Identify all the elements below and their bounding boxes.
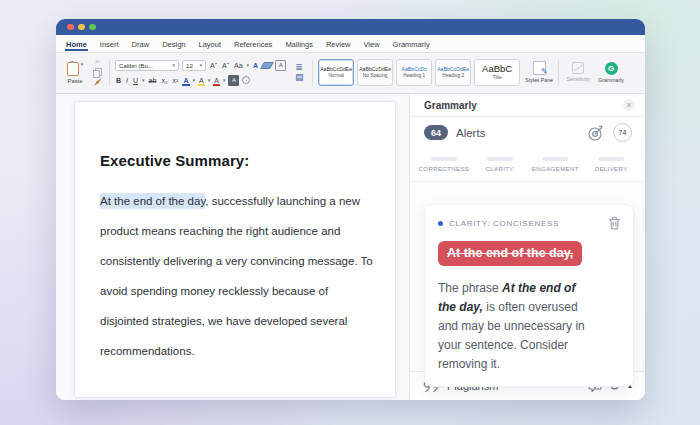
style-card-no-spacing[interactable]: AaBbCcDdEe No Spacing [357, 59, 393, 86]
clipboard-icon [67, 62, 79, 76]
style-card-heading1[interactable]: AaBbCcDc Heading 1 [396, 59, 432, 86]
close-window-button[interactable] [67, 24, 74, 31]
styles-pane-button[interactable]: ✎ Styles Pane [525, 61, 553, 83]
tab-grammarly[interactable]: Grammarly [392, 37, 431, 51]
style-card-title[interactable]: AaBbC Title [474, 59, 520, 86]
chevron-down-icon: ▾ [208, 78, 211, 83]
font-color-button[interactable]: A [213, 77, 220, 84]
style-label: No Spacing [363, 74, 388, 79]
style-preview: AaBbCcDc [401, 67, 426, 72]
grammarly-panel: Grammarly × 64 Alerts 74 CORRECTNESS [410, 94, 645, 400]
flagged-phrase-pill[interactable]: At the end of the day, [438, 241, 582, 266]
suggestion-category: CLARITY: CONCISENESS [449, 219, 602, 228]
paste-button[interactable]: ▾ Paste [63, 62, 87, 84]
grow-font-button[interactable]: Aˆ [209, 62, 218, 69]
score-badge[interactable]: 74 [613, 123, 632, 142]
minimize-window-button[interactable] [78, 24, 85, 31]
document-paragraph: At the end of the day, successfully laun… [100, 186, 378, 366]
tab-mailings[interactable]: Mailings [284, 37, 314, 51]
tab-layout[interactable]: Layout [197, 37, 222, 51]
chevron-down-icon: ▾ [172, 63, 175, 68]
style-preview: AaBbCcDdEe [359, 67, 391, 72]
category-engagement[interactable]: ENGAGEMENT [528, 157, 584, 172]
alerts-label: Alerts [456, 127, 579, 139]
ribbon-toolbar: ▾ Paste ✂ Calibri (Bo... ▾ 12 ▾ [56, 53, 645, 94]
category-label: ENGAGEMENT [532, 165, 579, 172]
clipboard-tools: ✂ [92, 59, 104, 86]
subscript-button[interactable]: x₂ [160, 77, 168, 84]
chevron-down-icon: ▾ [247, 63, 250, 68]
style-preview: AaBbC [482, 64, 512, 74]
copy-icon[interactable] [95, 68, 102, 76]
panel-title: Grammarly [424, 100, 623, 111]
paragraph-marks-icon[interactable]: ▤ [295, 73, 304, 82]
chevron-down-icon: ▾ [142, 78, 145, 83]
more-options-icon[interactable] [242, 76, 250, 84]
chevron-down-icon: ▾ [199, 63, 202, 68]
window-content: Executive Summary: At the end of the day… [56, 94, 645, 400]
font-name-select[interactable]: Calibri (Bo... ▾ [115, 60, 179, 71]
tab-insert[interactable]: Insert [99, 37, 120, 51]
superscript-button[interactable]: x² [172, 77, 180, 84]
trash-icon[interactable] [608, 216, 621, 230]
tab-view[interactable]: View [362, 37, 380, 51]
grammarly-ribbon-button[interactable]: G Grammarly [597, 62, 625, 83]
category-clarity[interactable]: CLARITY [472, 157, 528, 172]
suggestion-card[interactable]: CLARITY: CONCISENESS At the end of the d… [424, 204, 634, 387]
change-case-button[interactable]: Aa [233, 62, 244, 69]
strikethrough-button[interactable]: ab [148, 77, 158, 84]
character-border-button[interactable]: A [275, 60, 286, 71]
ribbon-divider [109, 60, 110, 86]
font-size-select[interactable]: 12 ▾ [182, 60, 206, 71]
alerts-count-badge: 64 [424, 125, 448, 140]
character-shading-button[interactable]: A [228, 75, 239, 86]
panel-header: Grammarly × [410, 94, 645, 117]
category-delivery[interactable]: DELIVERY [583, 157, 639, 172]
sensitivity-icon [572, 62, 584, 74]
tab-references[interactable]: References [233, 37, 273, 51]
cut-icon[interactable]: ✂ [95, 59, 100, 66]
style-card-normal[interactable]: AaBbCcDdEe Normal [318, 59, 354, 86]
chevron-down-icon: ▾ [193, 78, 196, 83]
close-panel-icon[interactable]: × [623, 99, 635, 111]
category-label: CLARITY [486, 165, 514, 172]
style-card-heading2[interactable]: AaBbCcDdEe Heading 2 [435, 59, 471, 86]
underline-button[interactable]: U [132, 77, 139, 84]
style-label: Heading 1 [403, 74, 425, 79]
grammarly-highlighted-phrase[interactable]: At the end of the day [100, 193, 205, 209]
tab-home[interactable]: Home [65, 37, 88, 51]
grammarly-ribbon-label: Grammarly [598, 77, 624, 83]
bullet-list-icon[interactable]: ≣ [295, 63, 303, 72]
style-label: Normal [328, 74, 343, 79]
sensitivity-label: Sensitivity [566, 76, 589, 82]
format-painter-icon[interactable] [94, 78, 102, 86]
document-page[interactable]: Executive Summary: At the end of the day… [75, 102, 395, 397]
font-size-value: 12 [186, 62, 193, 69]
tab-design[interactable]: Design [161, 37, 186, 51]
goals-icon[interactable] [587, 124, 605, 142]
italic-button[interactable]: I [125, 77, 129, 84]
clear-formatting-icon[interactable] [260, 62, 274, 69]
paragraph-text: , successfully launching a new product m… [100, 195, 373, 357]
ribbon-divider [312, 60, 313, 86]
window-titlebar [56, 19, 645, 35]
progress-track [487, 157, 513, 161]
zoom-window-button[interactable] [89, 24, 96, 31]
document-heading: Executive Summary: [100, 152, 371, 169]
text-effects-button[interactable]: A [252, 62, 259, 69]
chevron-down-icon: ▾ [223, 78, 226, 83]
style-preview: AaBbCcDdEe [320, 67, 352, 72]
text-effects-color-button[interactable]: A [182, 77, 189, 84]
sensitivity-button[interactable]: Sensitivity [564, 62, 592, 82]
tab-draw[interactable]: Draw [131, 37, 151, 51]
paragraph-group: ≣ ▤ [291, 63, 307, 82]
shrink-font-button[interactable]: Aˇ [221, 62, 230, 69]
bold-button[interactable]: B [115, 77, 122, 84]
category-tabs: CORRECTNESS CLARITY ENGAGEMENT DELIVERY [410, 148, 645, 182]
grammarly-logo-icon: G [605, 62, 618, 75]
category-label: DELIVERY [595, 165, 628, 172]
alerts-row: 64 Alerts 74 [410, 117, 645, 148]
tab-review[interactable]: Review [325, 37, 352, 51]
highlight-button[interactable]: A [198, 77, 205, 84]
category-correctness[interactable]: CORRECTNESS [416, 157, 472, 172]
